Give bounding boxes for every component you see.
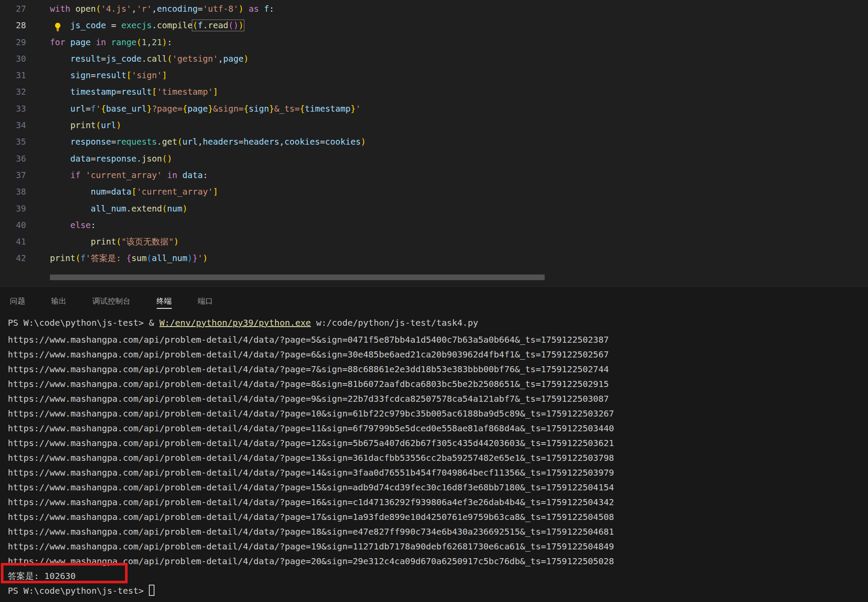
code-token: ()	[162, 154, 172, 164]
code-token: extend	[132, 204, 162, 214]
code-line-36[interactable]: 36 data=response.json()	[0, 151, 868, 167]
code-token: "该页无数据"	[121, 237, 174, 247]
code-token: page	[223, 54, 243, 64]
line-number: 29	[0, 34, 26, 51]
code-line-31[interactable]: 31 sign=result['sign']	[0, 67, 868, 84]
code-token: '	[197, 253, 203, 263]
terminal-url-line[interactable]: https://www.mashangpa.com/api/problem-de…	[8, 509, 868, 524]
code-token: =	[198, 4, 203, 14]
code-token: read	[208, 20, 228, 30]
code-token	[50, 220, 70, 230]
terminal-url-line[interactable]: https://www.mashangpa.com/api/problem-de…	[8, 450, 868, 465]
code-token: ]	[162, 70, 167, 80]
code-text: data=response.json()	[50, 151, 172, 167]
terminal-url-line[interactable]: https://www.mashangpa.com/api/problem-de…	[8, 347, 868, 362]
terminal-prompt-line[interactable]: PS W:\code\python\js-test>	[8, 583, 868, 598]
lightbulb-icon[interactable]	[53, 21, 62, 30]
code-token: :	[203, 170, 208, 180]
code-token: &sign=	[213, 104, 243, 114]
code-token	[50, 137, 70, 147]
terminal-answer-line: 答案是: 102630	[8, 569, 868, 583]
terminal-url-line[interactable]: https://www.mashangpa.com/api/problem-de…	[8, 524, 868, 539]
code-line-34[interactable]: 34 print(url)	[0, 117, 868, 134]
code-token	[50, 54, 70, 64]
code-line-33[interactable]: 33 url=f'{base_url}?page={page}&sign={si…	[0, 101, 868, 117]
code-token: )	[116, 120, 122, 130]
code-editor[interactable]: 27with open('4.js','r',encoding='utf-8')…	[0, 0, 868, 286]
code-token: page	[70, 37, 91, 47]
terminal-url-line[interactable]: https://www.mashangpa.com/api/problem-de…	[8, 406, 868, 421]
code-token: [	[132, 187, 137, 197]
code-token: ,	[152, 4, 157, 14]
code-line-32[interactable]: 32 timestamp=result['timestamp']	[0, 84, 868, 100]
code-line-37[interactable]: 37 if 'current_array' in data:	[0, 167, 868, 184]
terminal-command-path[interactable]: W:/env/python/py39/python.exe	[159, 318, 311, 328]
code-line-40[interactable]: 40 else:	[0, 217, 868, 234]
terminal-url-line[interactable]: https://www.mashangpa.com/api/problem-de…	[8, 421, 868, 436]
code-line-35[interactable]: 35 response=requests.get(url,headers=hea…	[0, 134, 868, 150]
code-token: result	[96, 70, 126, 80]
terminal-url-line[interactable]: https://www.mashangpa.com/api/problem-de…	[8, 436, 868, 450]
line-number: 36	[0, 151, 26, 167]
code-text: timestamp=result['timestamp']	[50, 84, 218, 100]
line-number: 41	[0, 234, 26, 250]
code-token: }	[351, 104, 356, 114]
terminal-command-line: PS W:\code\python\js-test> & W:/env/pyth…	[8, 315, 868, 330]
code-token: (	[178, 137, 183, 147]
terminal-url-line[interactable]: https://www.mashangpa.com/api/problem-de…	[8, 539, 868, 554]
terminal-url-line[interactable]: https://www.mashangpa.com/api/problem-de…	[8, 391, 868, 406]
code-line-41[interactable]: 41 print("该页无数据")	[0, 234, 868, 250]
code-token: ,	[279, 137, 284, 147]
code-token: )	[361, 137, 366, 147]
panel-tab-output[interactable]: 输出	[51, 287, 66, 315]
code-token: else	[70, 220, 91, 230]
code-token: (	[193, 20, 198, 30]
code-token: if	[70, 170, 85, 180]
code-token: range	[111, 37, 137, 47]
code-line-30[interactable]: 30 result=js_code.call('getsign',page)	[0, 51, 868, 67]
code-token: 'current_array'	[85, 170, 162, 180]
terminal-output[interactable]: PS W:\code\python\js-test> & W:/env/pyth…	[0, 315, 868, 602]
code-token: print	[70, 120, 96, 130]
code-token: data	[111, 187, 132, 197]
code-token: {	[243, 104, 249, 114]
code-line-27[interactable]: 27with open('4.js','r',encoding='utf-8')…	[0, 1, 868, 17]
code-token: .	[157, 137, 162, 147]
terminal-url-line[interactable]: https://www.mashangpa.com/api/problem-de…	[8, 495, 868, 509]
code-line-42[interactable]: 42print(f'答案是: {sum(all_num)}')	[0, 250, 868, 267]
editor-horizontal-scrollbar[interactable]	[50, 275, 545, 280]
code-token: sign	[70, 70, 91, 80]
panel-tab-terminal[interactable]: 终端	[157, 287, 172, 315]
code-line-28[interactable]: 28 js_code = execjs.compile(f.read())	[0, 17, 868, 34]
code-token: f	[264, 4, 269, 14]
code-token: }	[193, 253, 198, 263]
code-token: (	[167, 54, 172, 64]
code-token: )	[243, 54, 249, 64]
terminal-url-line[interactable]: https://www.mashangpa.com/api/problem-de…	[8, 554, 868, 569]
line-number: 31	[0, 67, 26, 84]
code-token: requests	[116, 137, 157, 147]
panel-tab-ports[interactable]: 端口	[198, 287, 213, 315]
terminal-url-line[interactable]: https://www.mashangpa.com/api/problem-de…	[8, 332, 868, 347]
panel-tab-problems[interactable]: 问题	[10, 287, 25, 315]
code-line-29[interactable]: 29for page in range(1,21):	[0, 34, 868, 51]
code-token	[50, 237, 91, 247]
panel-tab-debug-console[interactable]: 调试控制台	[92, 287, 131, 315]
terminal-url-line[interactable]: https://www.mashangpa.com/api/problem-de…	[8, 480, 868, 495]
code-token: cookies	[325, 137, 361, 147]
code-text: for page in range(1,21):	[50, 34, 172, 51]
terminal-url-line[interactable]: https://www.mashangpa.com/api/problem-de…	[8, 362, 868, 377]
code-line-38[interactable]: 38 num=data['current_array']	[0, 184, 868, 200]
code-token: :	[167, 37, 172, 47]
code-token: print	[50, 253, 76, 263]
code-token: f	[80, 253, 85, 263]
code-token: )	[238, 4, 243, 14]
code-token: =	[101, 54, 106, 64]
code-text: num=data['current_array']	[50, 184, 218, 200]
code-token: call	[147, 54, 167, 64]
terminal-url-line[interactable]: https://www.mashangpa.com/api/problem-de…	[8, 377, 868, 391]
code-token: &_ts=	[274, 104, 300, 114]
terminal-url-line[interactable]: https://www.mashangpa.com/api/problem-de…	[8, 465, 868, 480]
code-token: page	[187, 104, 208, 114]
code-line-39[interactable]: 39 all_num.extend(num)	[0, 201, 868, 217]
